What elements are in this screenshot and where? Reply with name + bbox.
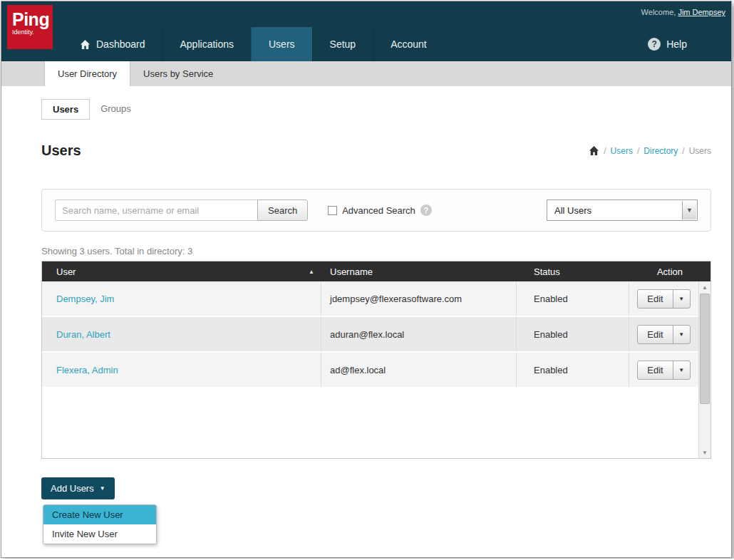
search-button[interactable]: Search xyxy=(257,199,308,221)
add-users-label: Add Users xyxy=(51,483,94,494)
username-cell: aduran@flex.local xyxy=(321,317,517,351)
table-row: Flexera, Admin ad@flex.local Enabled Edi… xyxy=(42,353,698,388)
status-cell: Enabled xyxy=(517,281,629,316)
nav-dashboard[interactable]: Dashboard xyxy=(63,27,162,61)
welcome-area: Welcome, Jim Dempsey xyxy=(641,8,725,16)
help-icon: ? xyxy=(648,38,661,51)
breadcrumb: Users Directory Users xyxy=(589,145,711,156)
table-row: Dempsey, Jim jdempsey@flexerasoftware.co… xyxy=(42,281,698,317)
menu-item-invite-new-user[interactable]: Invite New User xyxy=(43,524,156,544)
app-window: Ping Identity. Welcome, Jim Dempsey Dash… xyxy=(1,1,732,558)
welcome-label: Welcome, xyxy=(641,8,676,16)
user-name-link[interactable]: Flexera, Admin xyxy=(56,365,118,375)
edit-button[interactable]: Edit xyxy=(638,290,672,308)
help-label: Help xyxy=(666,38,687,50)
page-head: Users Users Directory Users xyxy=(41,142,711,159)
sort-asc-icon: ▲ xyxy=(309,269,314,275)
tab-user-directory[interactable]: User Directory xyxy=(44,61,130,86)
nav-account[interactable]: Account xyxy=(373,27,444,61)
content-area: Users Groups Users Users Directory Users… xyxy=(1,86,731,544)
top-header: Ping Identity. Welcome, Jim Dempsey Dash… xyxy=(1,1,731,61)
table-body: Dempsey, Jim jdempsey@flexerasoftware.co… xyxy=(42,281,698,388)
help-button[interactable]: ? Help xyxy=(648,27,687,61)
edit-caret-icon[interactable]: ▼ xyxy=(673,290,690,308)
breadcrumb-current: Users xyxy=(681,146,711,156)
scroll-up-icon[interactable]: ▲ xyxy=(699,281,710,293)
nav-setup-label: Setup xyxy=(330,38,356,50)
edit-split-button: Edit ▼ xyxy=(637,325,690,344)
table-header: User ▲ Username Status Action xyxy=(42,261,710,281)
tab-groups-label: Groups xyxy=(100,103,131,114)
column-header-user[interactable]: User ▲ xyxy=(42,261,321,281)
tab-users-label: Users xyxy=(53,104,78,115)
tab-user-directory-label: User Directory xyxy=(58,68,117,79)
username-cell: jdempsey@flexerasoftware.com xyxy=(321,281,517,316)
user-name-link[interactable]: Duran, Albert xyxy=(56,329,110,340)
edit-split-button: Edit ▼ xyxy=(637,361,690,380)
nav-applications[interactable]: Applications xyxy=(162,27,252,61)
nav-users-label: Users xyxy=(269,38,295,50)
tab-users[interactable]: Users xyxy=(41,99,90,120)
breadcrumb-users-link[interactable]: Users xyxy=(611,146,633,156)
user-filter-value: All Users xyxy=(554,205,591,216)
edit-button[interactable]: Edit xyxy=(638,326,672,343)
column-header-status[interactable]: Status xyxy=(517,261,629,281)
add-users-area: Add Users ▼ Create New User Invite New U… xyxy=(41,477,711,544)
page-title: Users xyxy=(41,142,81,159)
caret-down-icon: ▼ xyxy=(100,485,105,492)
sub-nav: User Directory Users by Service xyxy=(1,61,731,86)
status-cell: Enabled xyxy=(517,353,629,387)
advanced-search-group: Advanced Search ? xyxy=(328,204,432,216)
tab-users-by-service[interactable]: Users by Service xyxy=(130,61,226,86)
scrollbar-thumb[interactable] xyxy=(700,294,710,404)
advanced-search-checkbox[interactable] xyxy=(328,206,337,215)
breadcrumb-item: Directory xyxy=(636,146,678,156)
main-nav: Dashboard Applications Users Setup Accou… xyxy=(1,27,731,61)
nav-account-label: Account xyxy=(391,38,427,50)
edit-caret-icon[interactable]: ▼ xyxy=(673,361,690,379)
edit-caret-icon[interactable]: ▼ xyxy=(673,326,690,343)
column-header-action: Action xyxy=(629,261,710,281)
advanced-search-help-icon[interactable]: ? xyxy=(420,204,432,216)
current-user-link[interactable]: Jim Dempsey xyxy=(678,8,725,16)
add-users-menu: Create New User Invite New User xyxy=(43,504,157,544)
table-scrollbar[interactable]: ▲ ▼ xyxy=(698,281,710,458)
nav-dashboard-label: Dashboard xyxy=(96,38,145,50)
tab-groups[interactable]: Groups xyxy=(90,99,142,120)
edit-split-button: Edit ▼ xyxy=(637,289,690,308)
advanced-search-label[interactable]: Advanced Search xyxy=(342,205,415,216)
breadcrumb-directory-link[interactable]: Directory xyxy=(643,146,678,156)
column-header-username[interactable]: Username xyxy=(321,261,517,281)
search-panel: Search Advanced Search ? All Users ▼ xyxy=(41,189,711,232)
content-tabs: Users Groups xyxy=(41,99,711,120)
add-users-button[interactable]: Add Users ▼ xyxy=(41,477,115,499)
nav-users[interactable]: Users xyxy=(251,27,312,61)
user-name-link[interactable]: Dempsey, Jim xyxy=(56,294,114,304)
breadcrumb-item: Users xyxy=(602,146,633,156)
nav-applications-label: Applications xyxy=(180,38,234,50)
user-filter-select[interactable]: All Users ▼ xyxy=(547,199,698,221)
table-row: Duran, Albert aduran@flex.local Enabled … xyxy=(42,317,698,353)
search-input[interactable] xyxy=(55,199,258,221)
breadcrumb-home-icon[interactable] xyxy=(589,145,599,156)
tab-users-by-service-label: Users by Service xyxy=(143,68,213,79)
select-arrow-icon: ▼ xyxy=(682,201,696,219)
edit-button[interactable]: Edit xyxy=(638,361,672,379)
results-summary: Showing 3 users. Total in directory: 3 xyxy=(41,246,711,256)
nav-setup[interactable]: Setup xyxy=(312,27,373,61)
status-cell: Enabled xyxy=(517,317,629,351)
home-icon xyxy=(80,39,91,50)
username-cell: ad@flex.local xyxy=(321,353,517,387)
menu-item-create-new-user[interactable]: Create New User xyxy=(43,505,156,524)
logo-title: Ping xyxy=(12,10,48,28)
users-table: User ▲ Username Status Action Dempsey, J… xyxy=(41,261,711,459)
scroll-down-icon[interactable]: ▼ xyxy=(699,447,710,458)
